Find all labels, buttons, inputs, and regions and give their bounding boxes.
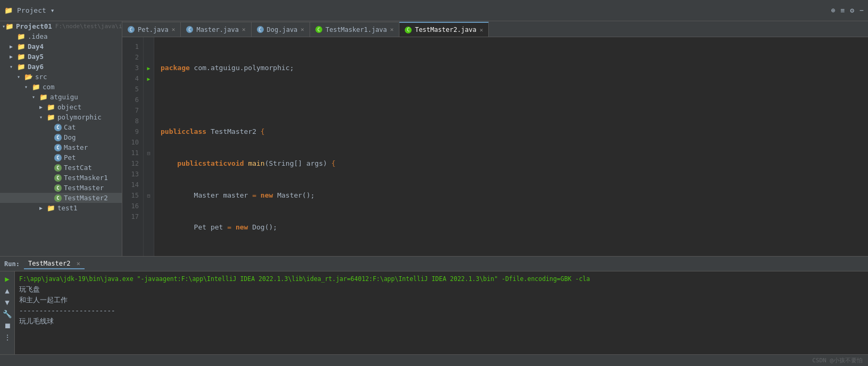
arrow-polymorphic: ▾ <box>39 114 47 120</box>
sidebar-item-day6[interactable]: ▾ 📁 Day6 <box>0 62 122 72</box>
project-dropdown-icon[interactable]: ▾ <box>51 6 55 14</box>
sidebar-label-testmaster: TestMaster <box>64 184 104 192</box>
code-line-5: Master master = new Master(); <box>158 190 868 201</box>
sidebar-item-testcat[interactable]: C TestCat <box>0 163 122 173</box>
folder-icon-com: 📁 <box>32 83 40 91</box>
sidebar-item-polymorphic[interactable]: ▾ 📁 polymorphic <box>0 112 122 122</box>
tab-dog-java[interactable]: C Dog.java ✕ <box>252 22 310 37</box>
arrow-object: ▶ <box>39 104 47 110</box>
structure-icon[interactable]: ≡ <box>841 6 845 14</box>
tab-testmasker1-java[interactable]: C TestMasker1.java ✕ <box>310 22 399 37</box>
code-content[interactable]: package com.atguigu.polymorphic; public … <box>154 37 868 256</box>
sidebar-item-day4[interactable]: ▶ 📁 Day4 <box>0 41 122 52</box>
line-numbers: 1 2 3 4 5 6 7 8 9 10 11 12 13 14 15 16 1… <box>122 37 144 256</box>
sidebar-item-master[interactable]: C Master <box>0 142 122 152</box>
run-panel-header: Run: TestMaster2 ✕ <box>0 257 868 271</box>
gutter-14 <box>144 180 154 190</box>
run-output-line-2: 和主人一起工作 <box>19 295 864 305</box>
sidebar-label-atguigu: atguigu <box>50 93 78 101</box>
gutter-5 <box>144 84 154 95</box>
sidebar-item-src[interactable]: ▾ 📂 src <box>0 72 122 82</box>
gutter-16 <box>144 201 154 211</box>
gutter-17 <box>144 211 154 222</box>
sidebar-item-dog[interactable]: C Dog <box>0 132 122 142</box>
gutter-15[interactable]: ⊟ <box>144 190 154 201</box>
tab-label-master: Master.java <box>196 26 238 33</box>
gutter-1 <box>144 41 154 52</box>
tab-testmaster2-java[interactable]: C TestMaster2.java ✕ <box>399 22 489 37</box>
run-tab-close[interactable]: ✕ <box>77 260 80 267</box>
settings-icon[interactable]: ⚙ <box>850 6 854 14</box>
run-panel-body: ▶ ▲ ▼ 🔧 ⏹ ⋮ F:\app\java\jdk-19\bin\java.… <box>0 271 868 354</box>
run-output: F:\app\java\jdk-19\bin\java.exe "-javaag… <box>15 271 868 354</box>
ln-1: 1 <box>122 41 143 52</box>
run-stop-button[interactable]: ⏹ <box>4 321 11 330</box>
arrow-atguigu: ▾ <box>32 94 39 100</box>
sidebar-item-testmaster2[interactable]: C TestMaster2 <box>0 193 122 203</box>
class-icon-cat: C <box>54 124 62 131</box>
tab-close-testmasker1[interactable]: ✕ <box>390 26 394 33</box>
gutter-12 <box>144 158 154 169</box>
tab-close-master[interactable]: ✕ <box>242 26 246 33</box>
gutter-11[interactable]: ⊟ <box>144 148 154 158</box>
run-panel-tab-testmaster2[interactable]: TestMaster2 ✕ <box>24 259 85 269</box>
sidebar-item-cat[interactable]: C Cat <box>0 122 122 132</box>
sidebar-item-testmasker1[interactable]: C TestMasker1 <box>0 173 122 183</box>
sidebar-label-idea: .idea <box>28 32 48 40</box>
sidebar-label-polymorphic: polymorphic <box>57 113 102 121</box>
tab-close-dog[interactable]: ✕ <box>301 26 304 33</box>
gutter-7 <box>144 105 154 116</box>
ln-15: 15 <box>122 190 143 201</box>
arrow-com: ▾ <box>24 84 32 90</box>
sidebar-item-idea[interactable]: 📁 .idea <box>0 31 122 41</box>
gutter-9 <box>144 126 154 137</box>
code-editor[interactable]: 1 2 3 4 5 6 7 8 9 10 11 12 13 14 15 16 1… <box>122 37 868 256</box>
folder-icon-atguigu: 📁 <box>39 93 48 101</box>
sidebar-item-project01[interactable]: ▾ 📁 Project01 F:\node\test\java\idea\Pro… <box>0 21 122 31</box>
ln-11: 11 <box>122 148 143 158</box>
tab-label-testmasker1: TestMasker1.java <box>326 26 387 33</box>
sidebar-item-test1[interactable]: ▶ 📁 test1 <box>0 203 122 213</box>
ln-6: 6 <box>122 95 143 105</box>
gutter-3[interactable]: ▶ <box>144 63 154 73</box>
minimize-icon[interactable]: − <box>859 6 864 14</box>
code-line-1: package com.atguigu.polymorphic; <box>158 63 868 73</box>
arrow-day5: ▶ <box>10 54 17 59</box>
run-wrench-button[interactable]: 🔧 <box>3 310 12 318</box>
tab-icon-dog: C <box>257 26 264 33</box>
ln-8: 8 <box>122 116 143 126</box>
run-command-line: F:\app\java\jdk-19\bin\java.exe "-javaag… <box>19 274 864 284</box>
sidebar-item-pet[interactable]: C Pet <box>0 152 122 163</box>
run-play-button[interactable]: ▶ <box>5 275 9 283</box>
gutter-13 <box>144 169 154 180</box>
class-icon-testmasker1: C <box>54 174 62 182</box>
folder-icon-idea: 📁 <box>17 32 26 40</box>
tab-master-java[interactable]: C Master.java ✕ <box>181 22 251 37</box>
run-output-line-4: 玩儿毛线球 <box>19 316 864 327</box>
run-format-button[interactable]: ⋮ <box>4 333 11 342</box>
run-scroll-up-button[interactable]: ▲ <box>5 286 9 295</box>
ln-5: 5 <box>122 84 143 95</box>
folder-icon-project01: 📁 <box>5 22 14 30</box>
sidebar-label-day4: Day4 <box>28 42 44 50</box>
folder-icon-src: 📂 <box>24 73 33 81</box>
sidebar-item-atguigu[interactable]: ▾ 📁 atguigu <box>0 92 122 102</box>
tab-close-pet[interactable]: ✕ <box>172 26 176 33</box>
ln-7: 7 <box>122 105 143 116</box>
sidebar-item-object[interactable]: ▶ 📁 object <box>0 102 122 112</box>
gutter-4[interactable]: ▶ <box>144 73 154 84</box>
editor-area: C Pet.java ✕ C Master.java ✕ C Dog.java … <box>122 21 868 256</box>
sidebar-item-day5[interactable]: ▶ 📁 Day5 <box>0 52 122 62</box>
run-output-line-3: ------------------------ <box>19 305 864 316</box>
add-icon[interactable]: ⊕ <box>831 6 836 14</box>
gutter-area: ▶ ▶ ⊟ ⊟ <box>144 37 154 256</box>
toolbar-icons: ⊕ ≡ ⚙ − <box>831 6 864 14</box>
sidebar-item-testmaster[interactable]: C TestMaster <box>0 183 122 193</box>
ln-12: 12 <box>122 158 143 169</box>
tab-pet-java[interactable]: C Pet.java ✕ <box>122 22 181 37</box>
tab-label-dog: Dog.java <box>267 26 298 33</box>
tab-icon-testmasker1: C <box>315 26 322 33</box>
sidebar-item-com[interactable]: ▾ 📁 com <box>0 82 122 92</box>
run-scroll-down-button[interactable]: ▼ <box>5 298 9 307</box>
tab-close-testmaster2[interactable]: ✕ <box>480 27 483 33</box>
